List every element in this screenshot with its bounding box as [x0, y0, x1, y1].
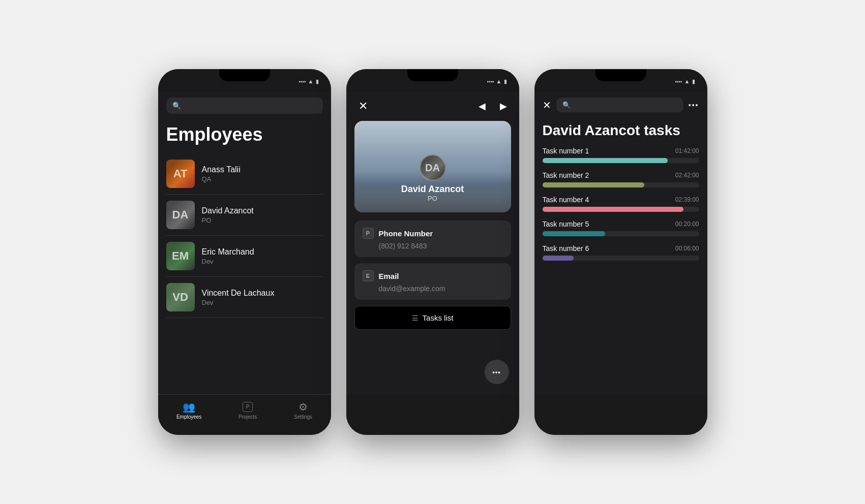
employee-item[interactable]: EM Eric Marchand Dev [166, 236, 323, 277]
task-item[interactable]: Task number 1 01:42:00 [543, 147, 699, 163]
status-bar-2: ▪▪▪▪ ▲ ▮ [346, 69, 519, 91]
employee-info: Anass Talii QA [202, 165, 323, 183]
detail-screen: ✕ ◀ ▶ DA David Azancot PO P Phone Number [346, 91, 519, 394]
status-right-1: ▪▪▪▪ ▲ ▮ [299, 78, 318, 85]
email-badge: E [363, 270, 374, 281]
task-row: Task number 2 02:42:00 [543, 171, 699, 179]
search-icon: 🔍 [172, 102, 181, 110]
wifi-icon-3: ▲ [684, 78, 690, 84]
task-bar-bg [543, 182, 699, 187]
employee-role: QA [202, 175, 323, 183]
employee-list: AT Anass Talii QA DA David Azancot PO EM… [158, 153, 331, 318]
phone-1: ▪▪▪▪ ▲ ▮ 🔍 Employees AT Anass Talii QA D… [158, 69, 331, 435]
employee-role: Dev [202, 258, 323, 265]
employees-screen: 🔍 Employees AT Anass Talii QA DA David A… [158, 91, 331, 394]
page-title: Employees [158, 120, 331, 153]
employee-avatar: DA [166, 201, 195, 229]
employee-item[interactable]: VD Vincent De Lachaux Dev [166, 277, 323, 318]
employee-role: Dev [202, 299, 323, 306]
tab-settings[interactable]: ⚙ Settings [294, 402, 312, 420]
fab-icon: ••• [492, 368, 501, 376]
task-name: Task number 1 [543, 147, 589, 155]
phone-value: (802) 912 8483 [363, 242, 503, 250]
employees-tab-icon: 👥 [183, 402, 195, 412]
fab-button[interactable]: ••• [485, 360, 509, 384]
tab-projects[interactable]: P Projects [238, 402, 257, 420]
tasks-screen: ✕ 🔍 ••• David Azancot tasks Task number … [534, 91, 707, 394]
profile-card: DA David Azancot PO [354, 121, 511, 212]
profile-avatar-initials: DA [425, 162, 440, 174]
settings-tab-icon: ⚙ [299, 402, 308, 412]
email-card: E Email david@example.com [354, 263, 511, 300]
employee-item[interactable]: DA David Azancot PO [166, 195, 323, 236]
signal-icon-3: ▪▪▪▪ [675, 79, 682, 84]
task-time: 00:06:00 [675, 245, 699, 252]
signal-icon-2: ▪▪▪▪ [487, 79, 494, 84]
task-item[interactable]: Task number 6 00:06:00 [543, 244, 699, 261]
employee-name: Eric Marchand [202, 247, 323, 257]
phone-badge: P [363, 228, 374, 239]
profile-role: PO [428, 195, 437, 202]
task-bar [543, 182, 644, 187]
projects-tab-icon: P [243, 402, 253, 412]
avatar-initials: AT [166, 160, 195, 188]
phone-2: ▪▪▪▪ ▲ ▮ ✕ ◀ ▶ DA David Azancot PO [346, 69, 519, 435]
status-bar-1: ▪▪▪▪ ▲ ▮ [158, 69, 331, 91]
tasks-search-bar[interactable]: 🔍 [556, 98, 683, 112]
detail-nav: ◀ ▶ [476, 99, 509, 114]
tasks-list-icon: ☰ [412, 314, 419, 322]
task-time: 00:20:00 [675, 220, 699, 228]
search-bar[interactable]: 🔍 [166, 98, 323, 114]
tab-settings-label: Settings [294, 414, 312, 420]
employee-item[interactable]: AT Anass Talii QA [166, 153, 323, 195]
email-card-header: E Email [363, 270, 503, 281]
phone-3: ▪▪▪▪ ▲ ▮ ✕ 🔍 ••• David Azancot tasks Tas… [534, 69, 707, 435]
employee-info: Vincent De Lachaux Dev [202, 289, 323, 306]
employee-name: Vincent De Lachaux [202, 289, 323, 298]
task-time: 02:39:00 [675, 196, 699, 203]
task-name: Task number 2 [543, 171, 589, 179]
bottom-spacer-2 [346, 394, 519, 435]
prev-button[interactable]: ◀ [476, 99, 488, 114]
tasks-more-button[interactable]: ••• [689, 101, 699, 109]
task-item[interactable]: Task number 2 02:42:00 [543, 171, 699, 187]
task-time: 02:42:00 [675, 172, 699, 179]
battery-icon-3: ▮ [692, 78, 695, 85]
task-name: Task number 6 [543, 244, 589, 253]
next-button[interactable]: ▶ [498, 99, 509, 114]
task-bar [543, 231, 605, 236]
notch-3 [595, 69, 646, 81]
avatar-initials: VD [166, 283, 195, 311]
employee-name: David Azancot [202, 206, 323, 215]
avatar-initials: DA [166, 201, 195, 229]
task-list: Task number 1 01:42:00 Task number 2 02:… [534, 147, 707, 261]
tab-employees[interactable]: 👥 Employees [176, 402, 201, 420]
tab-employees-label: Employees [176, 414, 201, 420]
status-right-3: ▪▪▪▪ ▲ ▮ [675, 78, 695, 85]
phone-card-header: P Phone Number [363, 228, 503, 239]
task-item[interactable]: Task number 4 02:39:00 [543, 196, 699, 212]
battery-icon-2: ▮ [504, 78, 507, 85]
employee-name: Anass Talii [202, 165, 323, 174]
email-label: Email [379, 272, 399, 280]
task-row: Task number 6 00:06:00 [543, 244, 699, 253]
detail-header: ✕ ◀ ▶ [346, 91, 519, 121]
signal-icon: ▪▪▪▪ [299, 79, 306, 84]
tasks-list-button[interactable]: ☰ Tasks list [354, 306, 511, 330]
tab-projects-label: Projects [238, 414, 257, 420]
employee-info: David Azancot PO [202, 206, 323, 224]
status-right-2: ▪▪▪▪ ▲ ▮ [487, 78, 506, 85]
task-item[interactable]: Task number 5 00:20:00 [543, 220, 699, 236]
tasks-search-icon: 🔍 [562, 101, 571, 109]
tasks-header: ✕ 🔍 ••• [534, 91, 707, 118]
profile-avatar: DA [420, 154, 446, 181]
back-button[interactable]: ✕ [356, 98, 370, 115]
tasks-close-button[interactable]: ✕ [543, 99, 551, 111]
task-time: 01:42:00 [675, 147, 699, 154]
task-bar-bg [543, 207, 699, 212]
tasks-list-label: Tasks list [423, 313, 454, 322]
task-bar-bg [543, 231, 699, 236]
task-bar-bg [543, 256, 699, 261]
phone-card: P Phone Number (802) 912 8483 [354, 220, 511, 257]
wifi-icon: ▲ [308, 78, 314, 84]
